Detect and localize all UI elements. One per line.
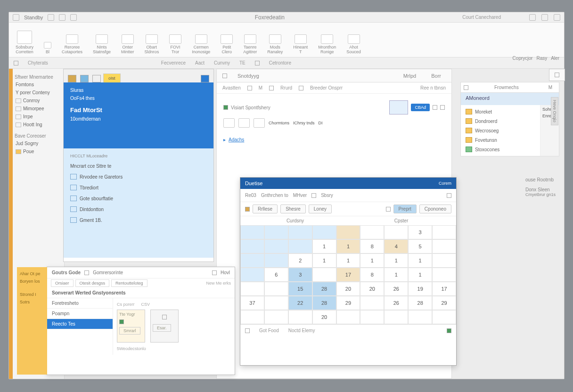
sidebar-item-2[interactable]: Y porer Conteny <box>15 89 62 97</box>
calendar-cell[interactable]: 1 <box>384 253 408 268</box>
calendar-cell[interactable]: 29 <box>336 296 360 310</box>
right-list-item-2[interactable]: Dondroerd <box>465 116 536 126</box>
calendar-cell[interactable] <box>264 296 288 310</box>
nav-tab-icon-4[interactable] <box>201 75 209 82</box>
nav-tab-icon-1[interactable] <box>68 75 76 82</box>
center-tab-1[interactable]: Snotdyyg <box>233 70 264 82</box>
props-tab-1[interactable]: Orsiaer <box>51 279 74 287</box>
calendar-cell[interactable] <box>240 225 264 239</box>
calendar-cell[interactable]: 1 <box>312 239 336 253</box>
calendar-cell[interactable]: 22 <box>288 296 312 310</box>
calendar-cell[interactable] <box>264 253 288 268</box>
cal-btn-1[interactable]: Rrllese <box>253 204 278 213</box>
props-left-3[interactable]: Reecto Tes <box>47 319 113 329</box>
csub-item-2[interactable]: M <box>259 85 262 90</box>
outer-tab-2[interactable]: Rasy <box>536 56 547 61</box>
subbar-item-4[interactable]: Cunvny <box>214 60 230 65</box>
props-card-1[interactable]: Tte Yogr Smrarl <box>117 310 145 343</box>
qat-icon-2[interactable] <box>48 14 54 21</box>
calendar-cell[interactable]: 19 <box>408 282 432 296</box>
ribbon-btn-4[interactable]: NIntsStatnsfge <box>91 24 113 55</box>
grid-icon-3[interactable] <box>254 118 265 128</box>
calendar-cell[interactable]: 20 <box>360 282 384 296</box>
right-tab-1[interactable]: Frowmechs <box>491 83 523 92</box>
help-icon[interactable] <box>529 14 536 21</box>
side-item-3[interactable]: Strored I <box>20 291 44 298</box>
sidebar-item-8[interactable]: Poue <box>15 147 62 155</box>
cal-foot-1[interactable]: Got Food <box>259 328 279 333</box>
calendar-cell[interactable]: 15 <box>288 282 312 296</box>
calendar-cell[interactable]: 28 <box>312 282 336 296</box>
calendar-cell[interactable]: 17 <box>336 268 360 282</box>
subbar-item-3[interactable]: Aact <box>195 60 205 65</box>
csub-item-4[interactable]: Breeder Onsprr <box>310 85 343 90</box>
nav-list-item-6[interactable]: Gment 1B. <box>70 215 207 226</box>
ribbon-btn-2[interactable]: Bl <box>42 24 53 55</box>
props-left-2[interactable]: Poampn <box>47 309 113 319</box>
card-btn-2[interactable]: Esar. <box>153 324 171 332</box>
sidebar-item-4[interactable]: Mimorpee <box>15 105 62 113</box>
ribbon-btn-13[interactable]: MronthonRonige <box>316 24 338 55</box>
calendar-cell[interactable] <box>240 239 264 253</box>
nav-tab-icon-3[interactable] <box>92 75 101 82</box>
right-tab-2[interactable]: M <box>545 83 556 92</box>
cal-tool-2[interactable]: Gnthrchen to <box>261 193 288 198</box>
cal-btn-icon[interactable] <box>386 207 391 212</box>
ribbon-btn-10[interactable]: TaenreAgittrer <box>241 24 259 55</box>
props-tab-2[interactable]: Otesit desgss <box>75 279 110 287</box>
calendar-cell[interactable] <box>432 225 456 239</box>
calendar-cell[interactable] <box>432 253 456 268</box>
cal-btn-2[interactable]: Shesre <box>280 204 306 213</box>
calendar-cell[interactable]: 3 <box>288 268 312 282</box>
calendar-cell[interactable] <box>264 282 288 296</box>
grid-icon-1[interactable] <box>223 118 235 128</box>
grid-icon-2[interactable] <box>238 118 250 128</box>
subbar-item-1[interactable]: Chyterats <box>28 60 48 65</box>
calendar-cell[interactable]: 1 <box>336 253 360 268</box>
calendar-cell[interactable] <box>240 253 264 268</box>
side-item-1[interactable]: Ahar Ot pe <box>20 270 44 278</box>
calendar-cell[interactable]: 1 <box>384 268 408 282</box>
subbar-item-2[interactable]: Fecvenrece <box>161 60 186 65</box>
ribbon-btn-1[interactable]: SobsburyCorretten <box>14 24 35 55</box>
calendar-cell[interactable]: 26 <box>384 282 408 296</box>
center-tab-2[interactable]: Mrlpd <box>399 70 421 82</box>
sidebar-item-7[interactable]: Jud Sogrry <box>15 139 62 147</box>
subbar-item-6[interactable]: Cetrontore <box>269 60 291 65</box>
outer-tab-3[interactable]: Aler <box>551 56 559 61</box>
right-list-item-4[interactable]: Fovetunsn <box>465 135 536 145</box>
calendar-cell[interactable]: 20 <box>336 282 360 296</box>
calendar-cell[interactable] <box>432 268 456 282</box>
calendar-cell[interactable]: 20 <box>312 310 336 324</box>
calendar-cell[interactable] <box>312 225 336 239</box>
calendar-cell[interactable] <box>264 225 288 239</box>
sidebar-item-5[interactable]: Irrpe <box>15 113 62 121</box>
calendar-cell[interactable]: 26 <box>384 296 408 310</box>
calendar-cell[interactable]: 1 <box>408 253 432 268</box>
center-anchor[interactable]: ▸ Adachs <box>223 137 445 142</box>
ribbon-btn-14[interactable]: AhotSouced <box>344 24 363 55</box>
cal-btn-5[interactable]: Cpononeo <box>419 204 451 213</box>
ribbon-btn-7[interactable]: FOVITror <box>167 24 183 55</box>
nav-tab-active[interactable]: oIst <box>103 74 121 82</box>
sidebar-item-1[interactable]: Fomtons <box>15 81 62 89</box>
nav-list-item-3[interactable]: Tbrediort <box>70 182 207 193</box>
csub-item-3[interactable]: Rrurd <box>280 85 292 90</box>
nav-list-item-5[interactable]: Dintdontton <box>70 204 207 215</box>
calendar-cell[interactable] <box>432 310 456 324</box>
calendar-cell[interactable] <box>360 296 384 310</box>
calendar-cell[interactable]: 8 <box>360 239 384 253</box>
props-tab-3[interactable]: Rentoutteloteg <box>111 279 147 287</box>
calendar-cell[interactable]: 28 <box>312 296 336 310</box>
qat-icon-3[interactable] <box>59 14 65 21</box>
cal-btn-3[interactable]: Loney <box>309 204 332 213</box>
calendar-cell[interactable] <box>240 282 264 296</box>
sidebar-item-6[interactable]: Hoott Ing <box>15 121 62 129</box>
sidebar-item-3[interactable]: Conrroy <box>15 97 62 105</box>
calendar-cell[interactable]: 1 <box>408 268 432 282</box>
calendar-cell[interactable]: 1 <box>336 239 360 253</box>
calendar-cell[interactable]: 2 <box>288 253 312 268</box>
calendar-cell[interactable]: 8 <box>360 268 384 282</box>
calendar-cell[interactable]: 17 <box>432 282 456 296</box>
action-button[interactable]: CBAd <box>411 104 430 111</box>
